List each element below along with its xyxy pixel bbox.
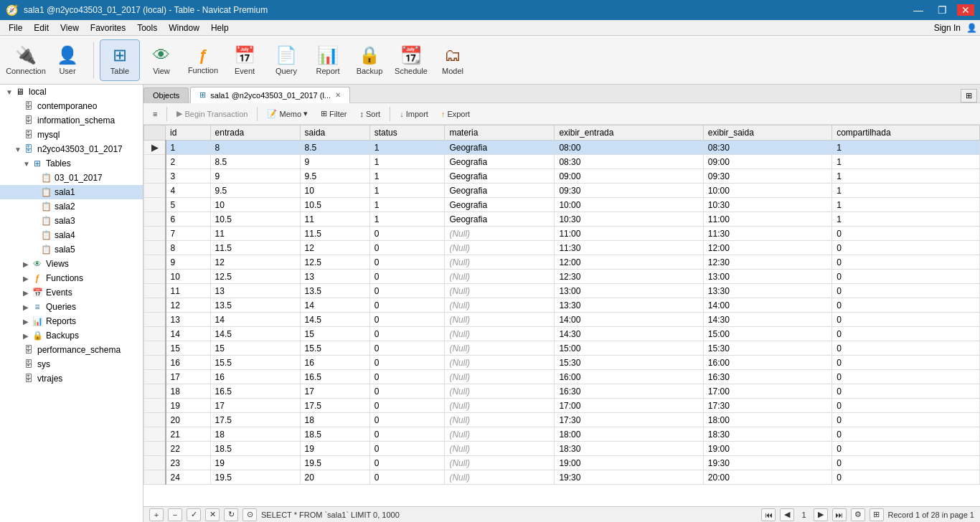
minimize-button[interactable]: — — [909, 4, 928, 16]
refresh-button[interactable]: ↻ — [224, 508, 238, 521]
menu-help[interactable]: Help — [205, 22, 235, 34]
table-row[interactable]: 231919.50(Null)19:0019:300 — [144, 456, 980, 470]
sidebar-item-functions[interactable]: ▶ ƒ Functions — [0, 271, 143, 285]
table-row[interactable]: 191717.50(Null)17:0017:300 — [144, 399, 980, 413]
table-row[interactable]: 151515.50(Null)15:0015:300 — [144, 341, 980, 356]
toolbar-connection-button[interactable]: 🔌 Connection — [6, 39, 46, 81]
event-icon: 📅 — [234, 45, 255, 65]
grid-button[interactable]: ⊞ — [870, 508, 884, 521]
nav-first-button[interactable]: ⏮ — [761, 508, 776, 521]
table-row[interactable]: 51010.51Geografia10:0010:301 — [144, 198, 980, 212]
sort-button[interactable]: ↕ Sort — [355, 108, 386, 120]
col-materia[interactable]: materia — [445, 125, 555, 141]
menu-view[interactable]: View — [55, 22, 85, 34]
toolbar-schedule-button[interactable]: 📆 Schedule — [391, 39, 431, 81]
toolbar-report-button[interactable]: 📊 Report — [308, 39, 348, 81]
filter-button[interactable]: ⊞ Filter — [316, 107, 352, 120]
tab-menu-button[interactable]: ⊞ — [961, 89, 977, 103]
sidebar-item-sys[interactable]: 🗄 sys — [0, 357, 143, 371]
sidebar-item-sala4[interactable]: 📋 sala4 — [0, 228, 143, 242]
table-row[interactable]: 610.5111Geografia10:3011:001 — [144, 212, 980, 227]
table-row[interactable]: 111313.50(Null)13:0013:300 — [144, 284, 980, 298]
col-exibir-entrada[interactable]: exibir_entrada — [555, 125, 703, 141]
table-row[interactable]: 1615.5160(Null)15:3016:000 — [144, 356, 980, 370]
table-row[interactable]: 171616.50(Null)16:0016:300 — [144, 370, 980, 384]
sidebar-item-vtrajes[interactable]: 🗄 vtrajes — [0, 371, 143, 386]
sidebar-item-queries[interactable]: ▶ ≡ Queries — [0, 300, 143, 314]
data-table-container[interactable]: id entrada saida status materia exibir_e… — [143, 125, 980, 506]
table-row[interactable]: 1213.5140(Null)13:3014:000 — [144, 298, 980, 313]
sidebar-item-events[interactable]: ▶ 📅 Events — [0, 285, 143, 300]
sign-in-button[interactable]: Sign In — [934, 23, 961, 33]
table-row[interactable]: 399.51Geografia09:0009:301 — [144, 169, 980, 184]
export-button[interactable]: ↑ Export — [436, 108, 475, 120]
menu-favorites[interactable]: Favorites — [85, 22, 131, 34]
tab-close-icon[interactable]: ✕ — [335, 91, 341, 99]
add-row-button[interactable]: + — [149, 508, 164, 521]
col-status[interactable]: status — [369, 125, 445, 141]
close-button[interactable]: ✕ — [957, 4, 974, 16]
table-row[interactable]: 49.5101Geografia09:3010:001 — [144, 184, 980, 198]
menu-button[interactable]: ≡ — [148, 108, 162, 120]
menu-edit[interactable]: Edit — [28, 22, 55, 34]
nav-next-button[interactable]: ▶ — [814, 508, 828, 521]
table-row[interactable]: 71111.50(Null)11:0011:300 — [144, 227, 980, 241]
tab-table[interactable]: ⊞ sala1 @n2yco43503_01_2017 (l... ✕ — [190, 87, 350, 103]
table-row[interactable]: 211818.50(Null)18:0018:300 — [144, 427, 980, 442]
menu-tools[interactable]: Tools — [131, 22, 163, 34]
settings-button[interactable]: ⚙ — [851, 508, 865, 521]
toolbar-function-button[interactable]: ƒ Function — [183, 39, 223, 81]
sidebar-item-sala1[interactable]: 📋 sala1 — [0, 185, 143, 199]
table-row[interactable]: ▶188.51Geografia08:0008:301 — [144, 141, 980, 155]
nav-prev-button[interactable]: ◀ — [780, 508, 794, 521]
col-exibir-saida[interactable]: exibir_saida — [703, 125, 831, 141]
table-row[interactable]: 28.591Geografia08:3009:001 — [144, 155, 980, 169]
sidebar-item-n2yco43503[interactable]: ▼ 🗄 n2yco43503_01_2017 — [0, 142, 143, 156]
maximize-button[interactable]: ❐ — [933, 4, 951, 16]
table-row[interactable]: 2218.5190(Null)18:3019:000 — [144, 442, 980, 456]
table-row[interactable]: 2017.5180(Null)17:3018:000 — [144, 413, 980, 427]
col-compartilhada[interactable]: compartilhada — [832, 125, 980, 141]
col-entrada[interactable]: entrada — [210, 125, 300, 141]
toolbar-table-button[interactable]: ⊞ Table — [100, 39, 140, 81]
memo-button[interactable]: 📝 Memo ▾ — [262, 107, 313, 120]
tab-objects[interactable]: Objects — [143, 87, 189, 103]
sidebar-item-reports[interactable]: ▶ 📊 Reports — [0, 314, 143, 328]
table-row[interactable]: 1012.5130(Null)12:3013:000 — [144, 270, 980, 284]
nav-last-button[interactable]: ⏭ — [832, 508, 847, 521]
sidebar-item-sala2[interactable]: 📋 sala2 — [0, 199, 143, 214]
begin-transaction-button[interactable]: ▶ Begin Transaction — [171, 107, 253, 120]
import-button[interactable]: ↓ Import — [395, 108, 433, 120]
sidebar-item-sala5[interactable]: 📋 sala5 — [0, 242, 143, 257]
toolbar-user-button[interactable]: 👤 User — [47, 39, 88, 81]
sidebar-item-performance-schema[interactable]: 🗄 performance_schema — [0, 343, 143, 357]
table-row[interactable]: 1414.5150(Null)14:3015:000 — [144, 327, 980, 341]
col-saida[interactable]: saida — [300, 125, 369, 141]
sidebar-item-tables[interactable]: ▼ ⊞ Tables — [0, 156, 143, 171]
toolbar-backup-button[interactable]: 🔒 Backup — [349, 39, 390, 81]
sidebar-item-mysql[interactable]: 🗄 mysql — [0, 128, 143, 142]
menu-window[interactable]: Window — [163, 22, 205, 34]
confirm-button[interactable]: ✓ — [187, 508, 201, 521]
table-row[interactable]: 91212.50(Null)12:0012:300 — [144, 255, 980, 270]
sidebar-item-sala3[interactable]: 📋 sala3 — [0, 214, 143, 228]
cancel-button[interactable]: ✕ — [205, 508, 220, 521]
table-row[interactable]: 811.5120(Null)11:3012:000 — [144, 241, 980, 255]
toolbar-event-button[interactable]: 📅 Event — [225, 39, 265, 81]
sidebar-item-information-schema[interactable]: 🗄 information_schema — [0, 113, 143, 128]
col-id[interactable]: id — [166, 125, 211, 141]
toolbar-query-button[interactable]: 📄 Query — [266, 39, 306, 81]
menu-file[interactable]: File — [3, 22, 28, 34]
table-row[interactable]: 2419.5200(Null)19:3020:000 — [144, 470, 980, 485]
timer-button[interactable]: ⊙ — [242, 508, 257, 521]
sidebar-item-03_01_2017[interactable]: 📋 03_01_2017 — [0, 171, 143, 185]
sidebar-item-local[interactable]: ▼ 🖥 local — [0, 85, 143, 99]
toolbar-view-button[interactable]: 👁 View — [141, 39, 182, 81]
sidebar-item-contemporaneo[interactable]: 🗄 contemporaneo — [0, 99, 143, 113]
sidebar-item-backups[interactable]: ▶ 🔒 Backups — [0, 328, 143, 343]
toolbar-model-button[interactable]: 🗂 Model — [433, 39, 473, 81]
table-row[interactable]: 1816.5170(Null)16:3017:000 — [144, 384, 980, 399]
delete-row-button[interactable]: − — [168, 508, 182, 521]
sidebar-item-views[interactable]: ▶ 👁 Views — [0, 257, 143, 271]
table-row[interactable]: 131414.50(Null)14:0014:300 — [144, 313, 980, 327]
